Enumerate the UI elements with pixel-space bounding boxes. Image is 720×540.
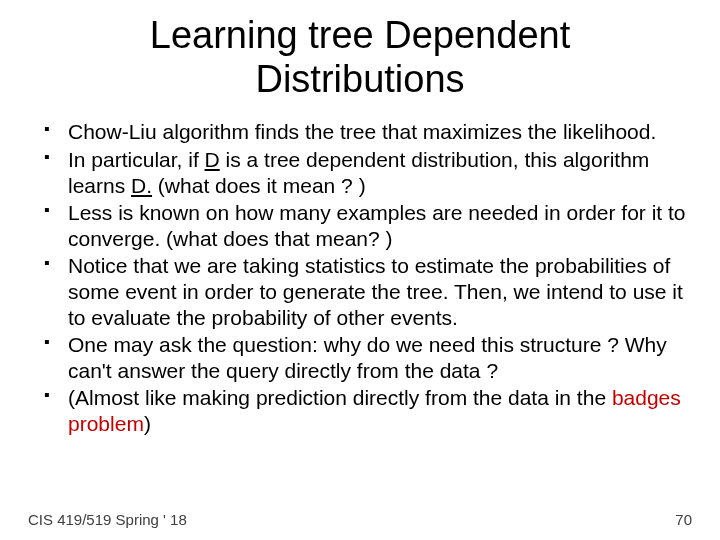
bullet-text: Notice that we are taking statistics to … — [68, 254, 683, 328]
bullet-text: Less is known on how many examples are n… — [68, 201, 686, 250]
list-item: In particular, if D is a tree dependent … — [68, 147, 692, 198]
underlined-text: D. — [131, 174, 152, 197]
footer-page-number: 70 — [675, 511, 692, 528]
list-item: Chow-Liu algorithm finds the tree that m… — [68, 119, 692, 145]
underlined-text: D — [205, 148, 220, 171]
bullet-text: In particular, if — [68, 148, 205, 171]
bullet-text: Chow-Liu algorithm finds the tree that m… — [68, 120, 656, 143]
bullet-text: (what does it mean ? ) — [152, 174, 366, 197]
bullet-text: ) — [144, 412, 151, 435]
list-item: One may ask the question: why do we need… — [68, 332, 692, 383]
footer-course: CIS 419/519 Spring ' 18 — [28, 511, 187, 528]
slide-footer: CIS 419/519 Spring ' 18 70 — [28, 511, 692, 528]
list-item: (Almost like making prediction directly … — [68, 385, 692, 436]
bullet-list: Chow-Liu algorithm finds the tree that m… — [28, 119, 692, 436]
bullet-text: (Almost like making prediction directly … — [68, 386, 612, 409]
list-item: Less is known on how many examples are n… — [68, 200, 692, 251]
bullet-text: One may ask the question: why do we need… — [68, 333, 667, 382]
list-item: Notice that we are taking statistics to … — [68, 253, 692, 330]
slide-title: Learning tree Dependent Distributions — [28, 14, 692, 101]
